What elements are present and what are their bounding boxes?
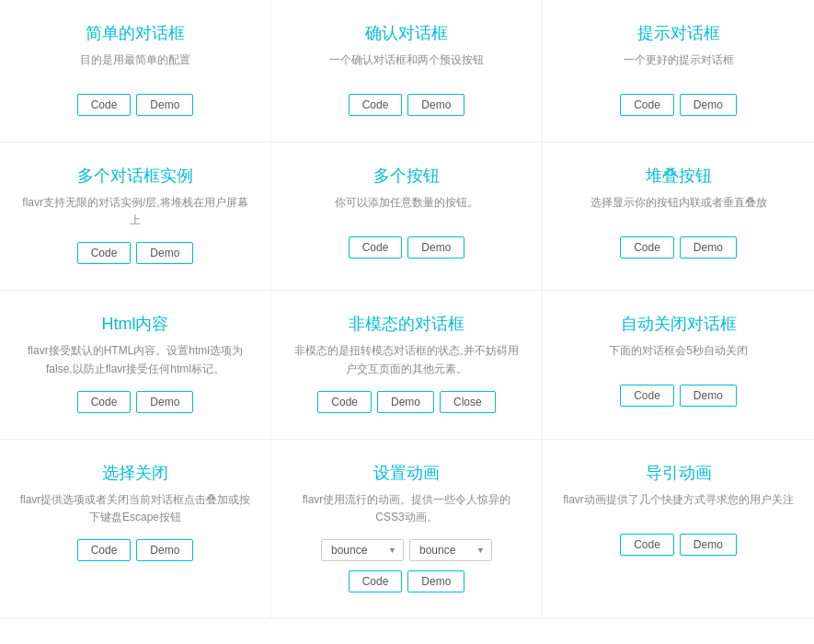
card-desc: 你可以添加任意数量的按钮。 <box>290 194 523 224</box>
card-title: 多个按钮 <box>290 165 523 187</box>
card-title: 导引动画 <box>561 462 796 484</box>
card-desc: 目的是用最简单的配置 <box>18 52 252 81</box>
card-title: 选择关闭 <box>18 462 252 484</box>
animation-select-1[interactable]: bouncefadeslidezoom <box>409 539 492 561</box>
button-row: CodeDemo <box>561 385 796 407</box>
button-row: CodeDemo <box>561 534 796 556</box>
card-set-animation: 设置动画flavr使用流行的动画。提供一些令人惊异的CSS3动画。bouncef… <box>271 440 543 619</box>
code-button[interactable]: Code <box>620 94 674 116</box>
select-wrap-1: bouncefadeslidezoom <box>409 539 492 561</box>
card-grid: 简单的对话框目的是用最简单的配置CodeDemo确认对话框一个确认对话框和两个预… <box>0 0 814 619</box>
code-button[interactable]: Code <box>317 391 372 413</box>
button-row: CodeDemo <box>561 94 796 116</box>
select-row: bouncefadeslidezoombouncefadeslidezoom <box>290 539 523 561</box>
button-row: CodeDemo <box>18 539 252 561</box>
animation-select-0[interactable]: bouncefadeslidezoom <box>321 539 404 561</box>
card-non-modal: 非模态的对话框非模态的是扭转模态对话框的状态,并不妨碍用户交互页面的其他元素。C… <box>271 291 543 439</box>
card-html-content: Html内容flavr接受默认的HTML内容。设置html选项为false,以防… <box>0 291 271 439</box>
button-row: CodeDemo <box>18 391 252 413</box>
button-row: CodeDemo <box>290 236 523 259</box>
button-row: CodeDemo <box>561 236 796 259</box>
card-desc: flavr动画提供了几个快捷方式寻求您的用户关注 <box>561 491 796 521</box>
card-confirm-dialog: 确认对话框一个确认对话框和两个预设按钮CodeDemo <box>271 0 543 143</box>
card-stack-button: 堆叠按钮选择显示你的按钮内联或者垂直叠放CodeDemo <box>543 143 814 291</box>
card-auto-close: 自动关闭对话框下面的对话框会5秒自动关闭CodeDemo <box>543 291 814 439</box>
card-desc: 选择显示你的按钮内联或者垂直叠放 <box>561 194 796 224</box>
card-title: 提示对话框 <box>561 22 796 44</box>
code-button[interactable]: Code <box>620 385 674 407</box>
demo-button[interactable]: Demo <box>377 391 434 413</box>
card-desc: 一个确认对话框和两个预设按钮 <box>290 52 523 81</box>
card-title: 确认对话框 <box>290 22 523 44</box>
demo-button[interactable]: Demo <box>136 242 193 264</box>
code-button[interactable]: Code <box>77 94 132 116</box>
demo-button[interactable]: Demo <box>680 236 737 259</box>
code-button[interactable]: Code <box>77 242 132 264</box>
demo-button[interactable]: Demo <box>680 534 737 556</box>
demo-button[interactable]: Demo <box>680 385 737 407</box>
close-button[interactable]: Close <box>440 391 496 413</box>
button-row: CodeDemo <box>18 242 252 264</box>
card-hint-dialog: 提示对话框一个更好的提示对话框CodeDemo <box>543 0 814 143</box>
code-button[interactable]: Code <box>77 539 132 561</box>
code-button[interactable]: Code <box>620 236 674 259</box>
card-desc: 一个更好的提示对话框 <box>561 52 796 81</box>
code-button[interactable]: Code <box>620 534 674 556</box>
demo-button[interactable]: Demo <box>407 570 464 592</box>
button-row: CodeDemo <box>290 94 523 116</box>
code-button[interactable]: Code <box>349 236 403 259</box>
card-desc: 非模态的是扭转模态对话框的状态,并不妨碍用户交互页面的其他元素。 <box>290 342 523 377</box>
demo-button[interactable]: Demo <box>680 94 737 116</box>
card-title: 多个对话框实例 <box>18 165 252 187</box>
select-wrap-0: bouncefadeslidezoom <box>321 539 404 561</box>
card-title: 自动关闭对话框 <box>561 313 796 335</box>
card-multi-dialog: 多个对话框实例flavr支持无限的对话实例/层,将堆栈在用户屏幕上CodeDem… <box>0 143 271 291</box>
card-guide-animation: 导引动画flavr动画提供了几个快捷方式寻求您的用户关注CodeDemo <box>543 440 814 619</box>
card-desc: flavr接受默认的HTML内容。设置html选项为false,以防止flavr… <box>18 342 252 377</box>
card-simple-dialog: 简单的对话框目的是用最简单的配置CodeDemo <box>0 0 271 143</box>
card-desc: flavr提供选项或者关闭当前对话框点击叠加或按下键盘Escape按钮 <box>18 491 252 526</box>
demo-button[interactable]: Demo <box>136 391 193 413</box>
card-multi-button: 多个按钮你可以添加任意数量的按钮。CodeDemo <box>271 143 543 291</box>
card-desc: flavr使用流行的动画。提供一些令人惊异的CSS3动画。 <box>290 491 523 526</box>
code-button[interactable]: Code <box>349 94 403 116</box>
code-button[interactable]: Code <box>77 391 132 413</box>
code-button[interactable]: Code <box>349 570 403 592</box>
card-title: 简单的对话框 <box>18 22 252 44</box>
button-row: CodeDemo <box>18 94 252 116</box>
card-title: 堆叠按钮 <box>561 165 796 187</box>
card-title: 设置动画 <box>290 462 523 484</box>
card-desc: 下面的对话框会5秒自动关闭 <box>561 342 796 372</box>
card-title: 非模态的对话框 <box>290 313 523 335</box>
button-row: CodeDemoClose <box>290 391 523 413</box>
demo-button[interactable]: Demo <box>136 539 193 561</box>
card-select-close: 选择关闭flavr提供选项或者关闭当前对话框点击叠加或按下键盘Escape按钮C… <box>0 440 271 619</box>
button-row: CodeDemo <box>290 570 523 592</box>
demo-button[interactable]: Demo <box>407 236 464 259</box>
card-title: Html内容 <box>18 313 252 335</box>
card-desc: flavr支持无限的对话实例/层,将堆栈在用户屏幕上 <box>18 194 252 229</box>
demo-button[interactable]: Demo <box>407 94 464 116</box>
demo-button[interactable]: Demo <box>136 94 193 116</box>
